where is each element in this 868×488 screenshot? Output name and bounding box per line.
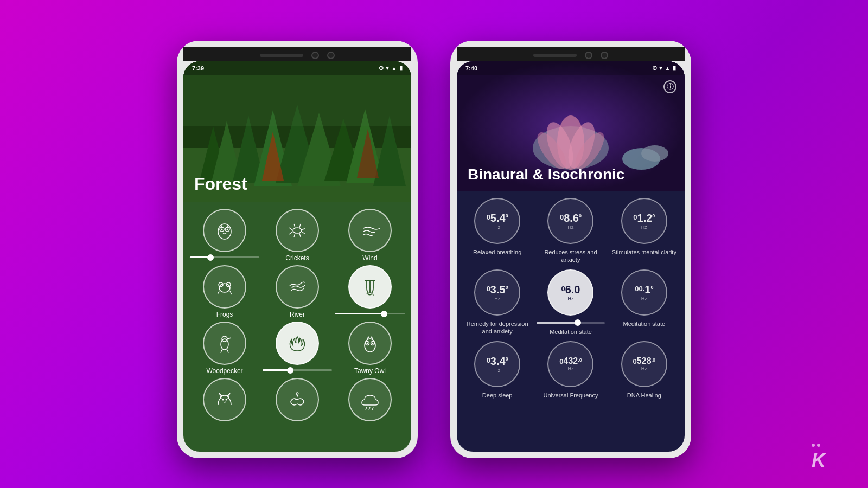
forest-item-bird2[interactable] bbox=[263, 378, 332, 421]
binaural-sound-grid: 0 5.4 0 Hz Relaxed breathing 0 8.6 0 bbox=[457, 191, 685, 406]
knowtechie-logo: K bbox=[812, 444, 825, 472]
crickets-icon bbox=[286, 220, 308, 241]
forest-item-waterfall[interactable] bbox=[335, 265, 405, 318]
forest-title: Forest bbox=[194, 174, 247, 194]
svg-line-36 bbox=[227, 350, 228, 353]
svg-line-20 bbox=[289, 228, 293, 230]
frogs-circle[interactable] bbox=[203, 265, 246, 309]
phone2-top bbox=[457, 47, 685, 61]
forest-item-owl[interactable] bbox=[190, 209, 259, 262]
meditation-state-circle[interactable]: 00. 1 0 Hz bbox=[621, 269, 667, 316]
owl-circle[interactable] bbox=[203, 209, 246, 252]
meditation-state-label: Meditation state bbox=[623, 320, 666, 328]
crickets-circle[interactable] bbox=[276, 209, 319, 252]
binaural-title: Binaural & Isochronic bbox=[468, 166, 624, 183]
forest-item-campfire[interactable] bbox=[263, 322, 332, 375]
svg-line-22 bbox=[302, 228, 305, 230]
wolf-icon bbox=[214, 389, 235, 410]
svg-line-24 bbox=[294, 224, 295, 228]
forest-item-river[interactable]: River bbox=[263, 265, 332, 318]
tawny-owl-circle[interactable] bbox=[348, 322, 392, 365]
phone1-camera2 bbox=[327, 52, 335, 59]
rain-circle[interactable] bbox=[348, 378, 392, 421]
river-circle[interactable] bbox=[276, 265, 319, 309]
logo-k: K bbox=[812, 449, 825, 472]
svg-line-26 bbox=[294, 233, 295, 237]
waterfall-slider[interactable] bbox=[335, 311, 405, 317]
deep-sleep-circle[interactable]: 0 3.4 0 Hz bbox=[474, 341, 520, 387]
svg-point-37 bbox=[365, 339, 375, 352]
forest-item-frogs[interactable]: Frogs bbox=[190, 265, 259, 318]
svg-line-32 bbox=[230, 291, 232, 294]
woodpecker-icon bbox=[214, 332, 235, 354]
binaural-item-relaxed-breathing[interactable]: 0 5.4 0 Hz Relaxed breathing bbox=[463, 198, 531, 264]
binaural-item-reduces-stress[interactable]: 0 8.6 0 Hz Reduces stress and anxiety bbox=[537, 198, 604, 264]
campfire-icon bbox=[286, 332, 308, 354]
meditation-circle[interactable]: 0 6.0 Hz bbox=[547, 269, 593, 316]
phone1-wifi-icon: ▾ bbox=[386, 65, 389, 72]
wolf-circle[interactable] bbox=[203, 378, 246, 421]
binaural-item-dna-healing[interactable]: 0 528 .0 Hz DNA Healing bbox=[610, 341, 678, 399]
rain-icon bbox=[359, 389, 381, 410]
phone1-status-bar: 7:39 ⊙ ▾ ▲ ▮ bbox=[183, 61, 411, 75]
crickets-label: Crickets bbox=[285, 254, 309, 262]
phone1-top bbox=[183, 47, 411, 61]
svg-point-44 bbox=[295, 399, 296, 400]
universal-freq-circle[interactable]: 0 432 .0 Hz bbox=[547, 341, 593, 387]
reduces-stress-label: Reduces stress and anxiety bbox=[537, 248, 604, 264]
phone2-camera1 bbox=[585, 52, 592, 59]
dna-healing-circle[interactable]: 0 528 .0 Hz bbox=[621, 341, 667, 387]
binaural-item-remedy-depression[interactable]: 0 3.5 0 Hz Remedy for depression and anx… bbox=[463, 269, 531, 336]
river-label: River bbox=[290, 311, 305, 318]
bird2-circle[interactable] bbox=[276, 378, 319, 421]
phone1-signal-icon: ▲ bbox=[391, 65, 397, 72]
binaural-item-universal-freq[interactable]: 0 432 .0 Hz Universal Frequency bbox=[537, 341, 604, 399]
forest-item-wind[interactable]: Wind bbox=[335, 209, 405, 262]
binaural-header: ⓘ Binaural & Isochronic bbox=[457, 61, 685, 191]
campfire-circle[interactable] bbox=[276, 322, 319, 365]
forest-item-rain[interactable] bbox=[335, 378, 405, 421]
dna-healing-label: DNA Healing bbox=[627, 391, 661, 399]
svg-line-27 bbox=[299, 233, 301, 237]
owl-slider[interactable] bbox=[190, 254, 259, 260]
wind-circle[interactable] bbox=[348, 209, 392, 252]
woodpecker-label: Woodpecker bbox=[206, 367, 242, 375]
campfire-slider[interactable] bbox=[263, 367, 332, 373]
phone2-time: 7:40 bbox=[465, 65, 477, 72]
svg-point-40 bbox=[367, 343, 368, 344]
bird2-icon bbox=[286, 389, 308, 410]
phone-forest: 7:39 ⊙ ▾ ▲ ▮ bbox=[177, 41, 418, 458]
waterfall-circle[interactable] bbox=[348, 265, 392, 309]
info-button[interactable]: ⓘ bbox=[663, 80, 676, 93]
svg-point-14 bbox=[218, 224, 231, 239]
svg-line-25 bbox=[299, 224, 301, 228]
svg-point-43 bbox=[226, 399, 227, 401]
relaxed-breathing-circle[interactable]: 0 5.4 0 Hz bbox=[474, 198, 520, 244]
forest-item-wolf[interactable] bbox=[190, 378, 259, 421]
forest-item-woodpecker[interactable]: Woodpecker bbox=[190, 322, 259, 375]
reduces-stress-circle[interactable]: 0 8.6 0 Hz bbox=[547, 198, 593, 244]
wind-icon bbox=[359, 220, 381, 241]
remedy-depression-circle[interactable]: 0 3.5 0 Hz bbox=[474, 269, 520, 316]
phone1-screen: 7:39 ⊙ ▾ ▲ ▮ bbox=[183, 61, 411, 452]
mental-clarity-circle[interactable]: 0 1.2 0 Hz bbox=[621, 198, 667, 244]
forest-item-crickets[interactable]: Crickets bbox=[263, 209, 332, 262]
meditation-slider[interactable] bbox=[537, 322, 604, 324]
waterfall-icon bbox=[359, 276, 381, 298]
binaural-item-meditation[interactable]: 0 6.0 Hz Meditation state bbox=[537, 269, 604, 336]
svg-point-19 bbox=[293, 228, 302, 233]
phone2-camera2 bbox=[601, 52, 608, 59]
phone2-battery-icon: ▮ bbox=[673, 65, 676, 72]
svg-line-23 bbox=[302, 232, 305, 234]
phone2-status-icons: ⊙ ▾ ▲ ▮ bbox=[652, 65, 676, 72]
svg-line-46 bbox=[369, 407, 370, 410]
wind-label: Wind bbox=[362, 254, 377, 262]
phone1-speaker bbox=[260, 54, 303, 57]
mental-clarity-label: Stimulates mental clarity bbox=[612, 248, 676, 256]
binaural-item-meditation-state[interactable]: 00. 1 0 Hz Meditation state bbox=[610, 269, 678, 336]
binaural-item-deep-sleep[interactable]: 0 3.4 0 Hz Deep sleep bbox=[463, 341, 531, 399]
remedy-depression-label: Remedy for depression and anxiety bbox=[463, 320, 531, 336]
forest-item-tawny-owl[interactable]: Tawny Owl bbox=[335, 322, 405, 375]
binaural-item-mental-clarity[interactable]: 0 1.2 0 Hz Stimulates mental clarity bbox=[610, 198, 678, 264]
woodpecker-circle[interactable] bbox=[203, 322, 246, 365]
